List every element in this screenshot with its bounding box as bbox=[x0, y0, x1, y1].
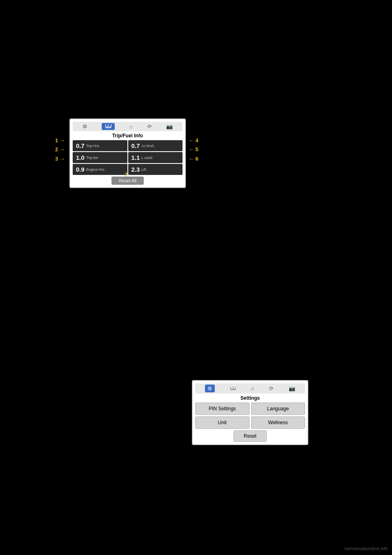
settings-diagram: ⚙ لبلبا ⌂ ⟳ 📷 Settings PIN Settings Lang… bbox=[192, 380, 308, 445]
wellness-button[interactable]: Wellness bbox=[251, 416, 305, 429]
home-icon-bottom[interactable]: ⌂ bbox=[251, 385, 254, 392]
engine-hrs-value: 0.9 bbox=[76, 166, 85, 173]
cell-l-used: 1.1 L used bbox=[128, 152, 183, 163]
callout-2: 2 → bbox=[55, 146, 65, 152]
cell-av-kml: 0.7 Av km/L bbox=[128, 140, 183, 151]
gear-icon-top[interactable]: ⚙ bbox=[82, 123, 87, 130]
refresh-icon-bottom[interactable]: ⟳ bbox=[269, 385, 274, 392]
home-icon-top[interactable]: ⌂ bbox=[129, 123, 133, 130]
lh-label: L/h bbox=[141, 168, 147, 172]
watermark: carmanualsonline.info bbox=[344, 546, 388, 551]
l-used-label: L used bbox=[141, 156, 152, 160]
callout-6: ← 6 bbox=[189, 156, 198, 162]
gear-active-icon[interactable]: ⚙ bbox=[205, 385, 215, 392]
device-header-bottom: ⚙ لبلبا ⌂ ⟳ 📷 bbox=[195, 383, 305, 394]
callout-4: ← 4 bbox=[189, 137, 198, 143]
trip-fuel-title: Trip/Fuel Info bbox=[73, 133, 183, 139]
settings-title: Settings bbox=[195, 395, 305, 401]
refresh-icon-top[interactable]: ⟳ bbox=[147, 123, 152, 130]
trip-fuel-diagram: ⚙ لبلبا ⌂ ⟳ 📷 Trip/Fuel Info 0.7 Trip Hr… bbox=[69, 119, 186, 188]
pin-settings-button[interactable]: PIN Settings bbox=[195, 403, 249, 415]
callout-5: ← 5 bbox=[189, 146, 198, 152]
trip-hrs-label: Trip Hrs. bbox=[86, 144, 100, 148]
l-used-value: 1.1 bbox=[131, 154, 140, 161]
language-button[interactable]: Language bbox=[251, 403, 305, 415]
cell-trip-km: 1.0 Trip km bbox=[73, 152, 127, 163]
lh-value: 2.3 bbox=[131, 166, 140, 173]
reset-all-button[interactable]: Reset All bbox=[111, 177, 144, 185]
tab-bottom-trip[interactable]: لبلبا bbox=[230, 386, 236, 391]
av-kml-label: Av km/L bbox=[141, 144, 154, 148]
cell-engine-hrs: 0.9 Engine Hrs. bbox=[73, 164, 127, 175]
settings-reset-wrap: Reset bbox=[195, 430, 305, 442]
cell-trip-hrs: 0.7 Trip Hrs. bbox=[73, 140, 127, 151]
av-kml-value: 0.7 bbox=[131, 142, 140, 149]
unit-button[interactable]: Unit bbox=[195, 416, 249, 429]
trip-hrs-value: 0.7 bbox=[76, 142, 85, 149]
camera-icon-bottom[interactable]: 📷 bbox=[289, 385, 295, 392]
camera-icon-top[interactable]: 📷 bbox=[166, 123, 173, 130]
trip-km-value: 1.0 bbox=[76, 154, 85, 161]
device-header-top: ⚙ لبلبا ⌂ ⟳ 📷 bbox=[73, 122, 183, 131]
callout-3: 3 → bbox=[55, 156, 65, 162]
engine-hrs-label: Engine Hrs. bbox=[86, 168, 105, 172]
cell-lh: 2.3 L/h bbox=[128, 164, 183, 175]
trip-km-label: Trip km bbox=[86, 156, 98, 160]
settings-buttons-grid: PIN Settings Language Unit Wellness bbox=[195, 403, 305, 429]
settings-reset-button[interactable]: Reset bbox=[234, 430, 267, 442]
callout-7: 7 bbox=[125, 172, 127, 178]
callout-1: 1 → bbox=[55, 137, 65, 143]
reset-all-wrap: Reset All bbox=[73, 177, 183, 185]
trip-fuel-grid: 0.7 Trip Hrs. 0.7 Av km/L 1.0 Trip km 1.… bbox=[73, 140, 183, 175]
tab-active-top[interactable]: لبلبا bbox=[102, 123, 115, 130]
